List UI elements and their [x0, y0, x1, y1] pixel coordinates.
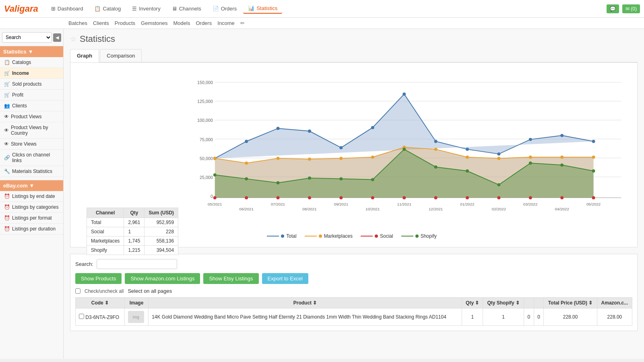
sidebar-item-catalogs[interactable]: 📋 Catalogs	[0, 57, 63, 68]
tab-graph[interactable]: Graph	[70, 49, 99, 62]
subnav-orders[interactable]: Orders	[196, 20, 212, 26]
svg-point-66	[529, 196, 532, 200]
channel-clicks-icon: 🔗	[4, 155, 10, 160]
end-date-icon: ⏰	[4, 193, 10, 199]
sidebar-item-listings-end-date[interactable]: ⏰ Listings by end date	[0, 191, 63, 202]
sidebar-item-product-views[interactable]: 👁 Product Views	[0, 111, 63, 122]
sub-nav: Batches Clients Products Gemstones Model…	[0, 18, 644, 29]
search-label: Search:	[75, 261, 93, 267]
sidebar-item-profit[interactable]: 🛒 Profit	[0, 90, 63, 101]
svg-point-42	[592, 140, 595, 143]
svg-text:75,000: 75,000	[200, 137, 213, 142]
svg-point-77	[466, 169, 469, 173]
svg-point-38	[466, 148, 469, 151]
svg-point-64	[466, 196, 469, 200]
check-uncheck-all-checkbox[interactable]	[75, 288, 80, 294]
mail-button[interactable]: ✉ (0)	[622, 4, 640, 13]
nav-inventory[interactable]: ☰ Inventory	[127, 4, 165, 14]
nav-orders[interactable]: 📄 Orders	[208, 4, 242, 14]
show-products-button[interactable]: Show Products	[75, 273, 122, 284]
sidebar-item-listings-format[interactable]: ⏰ Listings per format	[0, 213, 63, 224]
nav-dashboard[interactable]: ⊞ Dashboard	[46, 4, 88, 14]
sidebar-item-listings-duration[interactable]: ⏰ Listings per duration	[0, 224, 63, 234]
col-extra1	[524, 298, 534, 309]
svg-point-40	[529, 138, 532, 141]
sidebar-section-statistics[interactable]: Statistics ▼	[0, 46, 63, 57]
col-qty-shopify[interactable]: Qty Shopify ⇕	[483, 298, 524, 309]
svg-text:08/2021: 08/2021	[302, 207, 316, 211]
sidebar-item-product-views-country[interactable]: 👁 Product Views by Country	[0, 122, 63, 139]
sidebar-item-income[interactable]: 🛒 Income	[0, 68, 63, 79]
social-channel: Social	[87, 227, 124, 237]
sidebar-item-clients[interactable]: 👥 Clients	[0, 101, 63, 111]
sidebar: Search ◀ Statistics ▼ 📋 Catalogs 🛒 Incom…	[0, 29, 64, 359]
catalogs-icon: 📋	[4, 60, 10, 65]
nav-channels[interactable]: 🖥 Channels	[167, 4, 206, 14]
row-qty: 1	[462, 309, 483, 326]
show-amazon-button[interactable]: Show Amazon.com Listings	[125, 273, 200, 284]
col-qty[interactable]: Qty ⇕	[462, 298, 483, 309]
col-code[interactable]: Code ⇕	[76, 298, 125, 309]
sidebar-section-ebay[interactable]: eBay.com ▼	[0, 180, 63, 191]
channel-row-total: Total 2,961 952,959	[87, 218, 178, 227]
svg-point-72	[308, 177, 311, 180]
sold-products-label: Sold products	[12, 81, 41, 87]
tab-comparison[interactable]: Comparison	[100, 49, 142, 62]
subnav-income[interactable]: Income	[217, 20, 235, 26]
sidebar-item-sold-products[interactable]: 🛒 Sold products	[0, 79, 63, 90]
col-total-price[interactable]: Total Price (USD) ⇕	[544, 298, 597, 309]
show-etsy-button[interactable]: Show Etsy Listings	[203, 273, 258, 284]
profit-icon: 🛒	[4, 92, 10, 98]
edit-icon[interactable]: ✏	[240, 20, 245, 26]
nav-statistics[interactable]: 📊 Statistics	[243, 4, 282, 14]
sidebar-item-channel-clicks[interactable]: 🔗 Clicks on channel links	[0, 150, 63, 166]
search-select[interactable]: Search	[2, 32, 52, 43]
table-controls: Search: Show Products Show Amazon.com Li…	[70, 254, 638, 331]
legend-social-label: Social	[380, 233, 393, 239]
svg-point-37	[434, 140, 438, 143]
income-icon: 🛒	[4, 70, 10, 76]
sidebar-item-materials[interactable]: 🔧 Materials Statistics	[0, 166, 63, 177]
subnav-gemstones[interactable]: Gemstones	[141, 20, 167, 26]
duration-label: Listings per duration	[12, 226, 56, 232]
end-date-label: Listings by end date	[12, 193, 55, 199]
row-checkbox[interactable]	[79, 314, 84, 319]
subnav-models[interactable]: Models	[173, 20, 190, 26]
marketplaces-sum: 558,136	[144, 237, 178, 246]
svg-point-46	[308, 158, 311, 161]
svg-text:25,000: 25,000	[200, 175, 213, 180]
logo[interactable]: Valigara	[4, 4, 38, 14]
page-title-text: Statistics	[80, 34, 115, 44]
sidebar-item-listings-categories[interactable]: ⏰ Listings by categories	[0, 202, 63, 213]
svg-point-58	[277, 196, 280, 200]
categories-icon: ⏰	[4, 204, 10, 210]
search-input[interactable]	[97, 259, 177, 269]
total-channel: Total	[87, 218, 124, 227]
search-row: Search:	[75, 259, 632, 269]
statistics-section-label: Statistics	[3, 49, 27, 55]
sidebar-item-store-views[interactable]: 👁 Store Views	[0, 139, 63, 150]
svg-text:06/2021: 06/2021	[239, 207, 253, 211]
subnav-clients[interactable]: Clients	[93, 20, 109, 26]
row-amazon: 228.00	[597, 309, 632, 326]
chat-button[interactable]: 💬	[607, 4, 619, 13]
col-amazon: Amazon.c...	[597, 298, 632, 309]
svg-point-70	[245, 177, 248, 181]
search-collapse-button[interactable]: ◀	[53, 33, 61, 42]
svg-text:05/2021: 05/2021	[208, 202, 222, 206]
svg-text:100,000: 100,000	[197, 118, 213, 123]
subnav-batches[interactable]: Batches	[68, 20, 87, 26]
top-nav: Valigara ⊞ Dashboard 📋 Catalog ☰ Invento…	[0, 0, 644, 18]
page-title: ☆ Statistics	[70, 34, 638, 44]
clients-icon: 👥	[4, 103, 10, 109]
svg-point-65	[497, 196, 500, 200]
svg-text:04/2022: 04/2022	[555, 207, 569, 211]
svg-text:11/2021: 11/2021	[397, 202, 411, 206]
legend-shopify-label: Shopify	[421, 233, 437, 239]
nav-catalog[interactable]: 📋 Catalog	[89, 4, 126, 14]
star-icon[interactable]: ☆	[70, 35, 76, 43]
channel-row-social: Social 1 228	[87, 227, 178, 237]
col-product[interactable]: Product ⇕	[149, 298, 462, 309]
subnav-products[interactable]: Products	[115, 20, 135, 26]
export-excel-button[interactable]: Export to Excel	[262, 273, 308, 284]
